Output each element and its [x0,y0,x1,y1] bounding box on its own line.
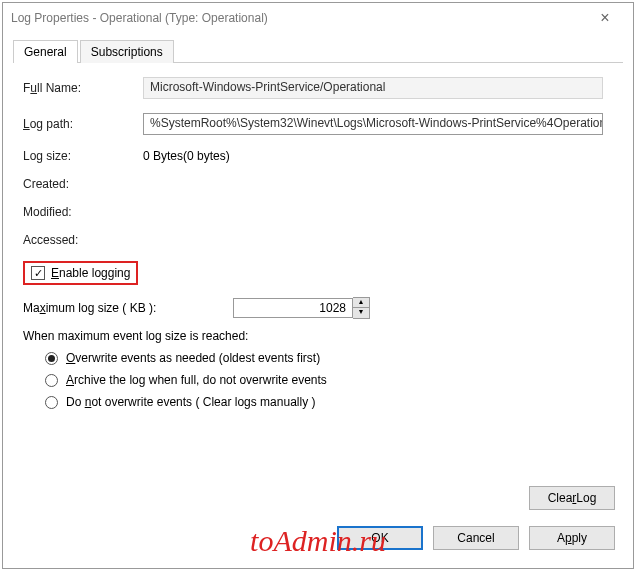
row-logpath: Log path: %SystemRoot%\System32\Winevt\L… [23,113,613,135]
logpath-label: Log path: [23,117,143,131]
row-fullname: Full Name: Microsoft-Windows-PrintServic… [23,77,613,99]
apply-button[interactable]: Apply [529,526,615,550]
maxsize-input[interactable]: 1028 [233,298,353,318]
titlebar: Log Properties - Operational (Type: Oper… [3,3,633,33]
radio-archive-label: Archive the log when full, do not overwr… [66,373,327,387]
when-max-label: When maximum event log size is reached: [23,329,613,343]
enable-logging-checkbox[interactable]: ✓ [31,266,45,280]
log-properties-window: Log Properties - Operational (Type: Oper… [2,2,634,569]
fullname-label: Full Name: [23,81,143,95]
radio-overwrite-label: Overwrite events as needed (oldest event… [66,351,320,365]
logsize-label: Log size: [23,149,143,163]
enable-logging-label: Enable logging [51,266,130,280]
close-icon[interactable]: × [585,9,625,27]
fullname-value[interactable]: Microsoft-Windows-PrintService/Operation… [143,77,603,99]
tab-content: Full Name: Microsoft-Windows-PrintServic… [3,63,633,427]
row-maxsize: Maximum log size ( KB ): 1028 ▲ ▼ [23,297,613,319]
created-label: Created: [23,177,143,191]
tab-strip: General Subscriptions [13,39,633,62]
accessed-label: Accessed: [23,233,143,247]
tab-subscriptions[interactable]: Subscriptions [80,40,174,63]
maxsize-label: Maximum log size ( KB ): [23,301,233,315]
modified-label: Modified: [23,205,143,219]
radio-donot[interactable]: Do not overwrite events ( Clear logs man… [45,395,613,409]
spinner-up-icon[interactable]: ▲ [353,298,369,308]
window-title: Log Properties - Operational (Type: Oper… [11,11,585,25]
radio-donot-label: Do not overwrite events ( Clear logs man… [66,395,315,409]
radio-archive-btn[interactable] [45,374,58,387]
radio-overwrite[interactable]: Overwrite events as needed (oldest event… [45,351,613,365]
spinner-down-icon[interactable]: ▼ [353,308,369,318]
enable-logging-highlight: ✓ Enable logging [23,261,138,285]
row-modified: Modified: [23,205,613,219]
row-accessed: Accessed: [23,233,613,247]
radio-donot-btn[interactable] [45,396,58,409]
row-logsize: Log size: 0 Bytes(0 bytes) [23,149,613,163]
tab-general[interactable]: General [13,40,78,63]
cancel-button[interactable]: Cancel [433,526,519,550]
maxsize-spinner[interactable]: 1028 ▲ ▼ [233,297,370,319]
ok-button[interactable]: OK [337,526,423,550]
clear-log-button[interactable]: Clear Log [529,486,615,510]
radio-archive[interactable]: Archive the log when full, do not overwr… [45,373,613,387]
row-created: Created: [23,177,613,191]
logsize-value: 0 Bytes(0 bytes) [143,149,613,163]
logpath-input[interactable]: %SystemRoot%\System32\Winevt\Logs\Micros… [143,113,603,135]
radio-overwrite-btn[interactable] [45,352,58,365]
